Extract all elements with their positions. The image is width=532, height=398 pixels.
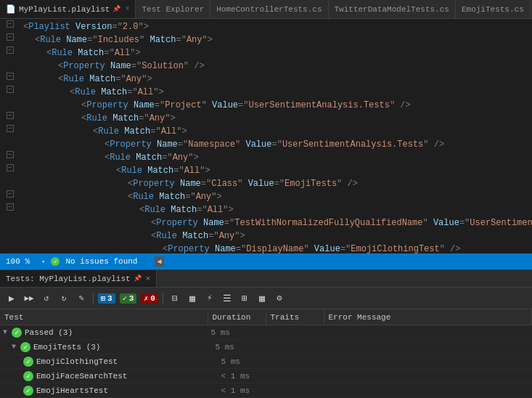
stack-button[interactable]: ☰ [220,291,234,306]
test-name-emojifacesearchtest: EmojiFaceSearchTest [36,372,127,381]
code-line-13: <Property Name="Class" Value="EmojiTests… [0,177,532,190]
code-line-16: <Property Name="TestWithNormalizedFullyQ… [0,216,532,230]
editor-area[interactable]: − <Playlist Version="2.0"> − <Rule Name=… [0,19,532,253]
code-line-4: <Property Name="Solution" /> [0,60,532,73]
code-text-12: <Rule Match="All"> [20,164,532,177]
test-row-emojiheartstest[interactable]: ✓ EmojiHeartsTest < 1 ms [0,383,532,398]
gutter-9: − [0,125,20,132]
tab-myplaylist[interactable]: 📄 MyPlayList.playlist 📌 × [0,0,136,18]
pass-icon-emojiclothetest: ✓ [23,357,33,367]
pass-icon-emojitests: ✓ [20,342,30,352]
test-row-passed[interactable]: ▼ ✓ Passed (3) 5 ms [0,325,532,340]
test-row-emojiclothetest[interactable]: ✓ EmojiClothingTest 5 ms [0,354,532,369]
more-button[interactable]: ▦ [255,291,269,306]
collapse-btn-3[interactable]: − [7,46,14,54]
code-line-8: − <Rule Match="Any"> [0,112,532,125]
col-header-duration: Duration [208,309,266,325]
code-line-17: <Rule Match="Any"> [0,230,532,243]
collapse-btn-6[interactable]: − [7,86,14,93]
pass-icon-emojifacesearchtest: ✓ [23,371,33,381]
code-text-17: <Rule Match="Any"> [20,230,532,243]
code-line-14: − <Rule Match="Any"> [0,190,532,203]
collapse-btn-12[interactable]: − [7,164,14,171]
test-cell-emojiclothetest-error [335,354,533,368]
code-text-6: <Rule Match="All"> [20,86,532,99]
code-line-6: − <Rule Match="All"> [0,86,532,99]
refresh-button[interactable]: ↻ [57,291,71,306]
test-toolbar: ▶ ▶▶ ↺ ↻ ✎ ⊞ 3 ✓ 3 ✗ 0 ⊟ ▦ ⚡ ☰ [0,288,532,309]
code-text-16: <Property Name="TestWithNormalizedFullyQ… [20,216,532,230]
test-row-emojitests[interactable]: ▼ ✓ EmojiTests (3) 5 ms [0,340,532,354]
badge-total-count: 3 [107,294,112,303]
tab-label-homecontroller: HomeControllerTests.cs [216,5,322,14]
collapse-btn-14[interactable]: − [7,190,14,198]
tab-label-twitterdatamodel: TwitterDataModelTests.cs [335,5,449,14]
col-header-test: Test [0,309,208,325]
code-line-5: − <Rule Match="Any"> [0,73,532,86]
flash-button[interactable]: ⚡ [202,291,217,306]
test-cell-passed-duration: 5 ms [208,325,266,339]
code-text-15: <Rule Match="All"> [20,203,532,216]
collapse-btn-15[interactable]: − [7,203,14,211]
gutter-12: − [0,164,20,171]
tab-label-emojitests: EmojiTests.cs [462,5,524,14]
zoom-arrow-icon[interactable]: ▾ [41,258,45,266]
tab-homecontroller[interactable]: HomeControllerTests.cs [210,0,328,18]
settings-button[interactable]: ⚙ [272,291,287,306]
expand-arrow-passed[interactable]: ▼ [3,328,7,336]
scroll-left-icon[interactable]: ◀ [155,256,163,267]
test-panel-tab[interactable]: Tests: MyPlayList.playlist 📌 × [0,270,157,287]
test-cell-emojitests-duration: 5 ms [213,340,271,354]
edit-button[interactable]: ✎ [74,291,89,306]
col-header-error: Error Message [324,309,533,325]
code-text-18: <Property Name="DisplayName" Value="Emoj… [20,243,532,253]
expand-arrow-emojitests[interactable]: ▼ [12,343,16,351]
test-panel-close-icon[interactable]: × [146,275,151,283]
code-text-2: <Rule Name="Includes" Match="Any"> [20,33,532,46]
collapse-btn-8[interactable]: − [7,112,14,119]
collapse-btn-2[interactable]: − [7,33,14,41]
gutter-8: − [0,112,20,119]
zoom-level[interactable]: 100 % [6,257,30,266]
pass-icon-emojiheartstest: ✓ [23,386,33,396]
tab-testexplorer[interactable]: Test Explorer [136,0,210,18]
code-text-14: <Rule Match="Any"> [20,190,532,203]
code-text-10: <Property Name="Namespace" Value="UserSe… [20,138,532,151]
tab-label-myplaylist: MyPlayList.playlist [19,5,110,14]
filter-icon: ⊞ [101,294,105,303]
test-cell-emojiheartstest-duration: < 1 ms [218,383,277,397]
test-cell-emojiheartstest-error [335,383,533,397]
status-left: 100 % ▾ ✓ No issues found ◀ [6,256,164,267]
collapse-btn-1[interactable]: − [7,20,14,28]
tab-close-myplaylist[interactable]: × [125,5,129,13]
code-line-7: <Property Name="Project" Value="UserSent… [0,99,532,112]
code-line-11: − <Rule Match="Any"> [0,151,532,164]
test-cell-emojiclothetest-name: ✓ EmojiClothingTest [0,354,218,368]
test-cell-emojifacesearchtest-traits [277,369,335,383]
tab-emojitests[interactable]: EmojiTests.cs [456,0,531,18]
code-text-8: <Rule Match="Any"> [20,112,532,125]
code-line-1: − <Playlist Version="2.0"> [0,20,532,33]
collapse-btn-9[interactable]: − [7,125,14,132]
code-text-11: <Rule Match="Any"> [20,151,532,164]
run-button[interactable]: ▶ [4,291,19,306]
test-name-passed: Passed (3) [25,328,73,337]
fail-icon: ✗ [144,294,148,303]
test-cell-passed-name: ▼ ✓ Passed (3) [0,325,208,339]
run-all-button[interactable]: ▶▶ [22,291,36,306]
test-row-emojifacesearchtest[interactable]: ✓ EmojiFaceSearchTest < 1 ms [0,369,532,383]
test-name-emojiheartstest: EmojiHeartsTest [36,386,108,395]
tab-twitterdatamodel[interactable]: TwitterDataModelTests.cs [329,0,456,18]
collapse-btn-11[interactable]: − [7,151,14,158]
test-panel-tab-bar: Tests: MyPlayList.playlist 📌 × [0,270,532,288]
collapse-btn-5[interactable]: − [7,73,14,80]
test-cell-emojiheartstest-name: ✓ EmojiHeartsTest [0,383,218,397]
code-text-7: <Property Name="Project" Value="UserSent… [20,99,532,112]
group-button[interactable]: ⊟ [168,291,182,306]
tab-bar: 📄 MyPlayList.playlist 📌 × Test Explorer … [0,0,532,19]
code-line-15: − <Rule Match="All"> [0,203,532,216]
grid-button[interactable]: ⊞ [237,291,252,306]
gutter-3: − [0,46,20,54]
playlist-button[interactable]: ▦ [185,291,200,306]
debug-button[interactable]: ↺ [39,291,54,306]
